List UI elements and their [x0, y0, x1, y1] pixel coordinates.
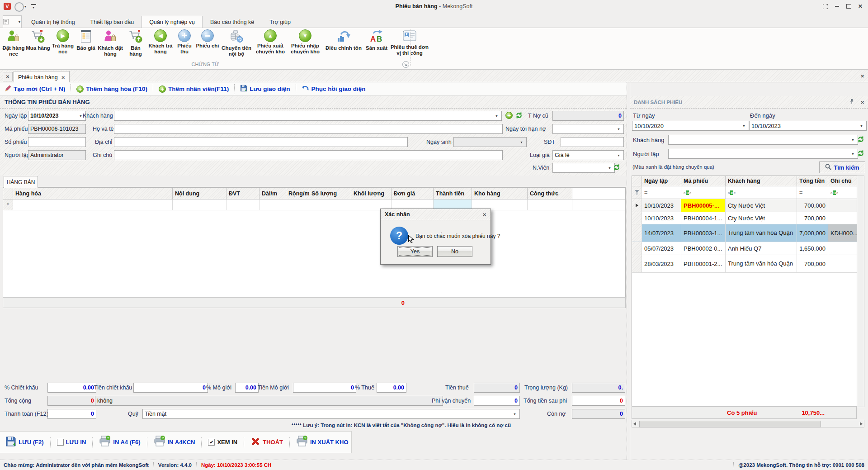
ribbon-item-dieu-chinh-ton[interactable]: Điều chỉnh tồn: [323, 28, 364, 51]
from-date-combo[interactable]: 10/10/2020: [632, 121, 749, 131]
grid-new-row[interactable]: *: [3, 199, 625, 210]
close-panel-icon[interactable]: [861, 99, 864, 105]
filter-date[interactable]: [642, 186, 681, 199]
invoice-row-selected[interactable]: 14/07/2023 PBH00003-1... Trung tâm văn h…: [632, 224, 857, 242]
tab-quan-tri-he-thong[interactable]: Quản trị hệ thống: [24, 16, 83, 28]
quy-combo[interactable]: Tiền mặt: [142, 409, 520, 419]
mo-gioi-pct-input[interactable]: 0.00: [235, 383, 259, 393]
filter-row[interactable]: aBc aBc aBc: [632, 186, 857, 199]
col-dvt[interactable]: ĐVT: [226, 188, 259, 199]
print-a4kcn-button[interactable]: ? IN A4KCN: [154, 436, 195, 449]
ribbon-item-mua-hang[interactable]: Mua hàng: [25, 28, 51, 51]
chevron-down-icon[interactable]: [616, 151, 622, 160]
new-button[interactable]: Tạo mới (Ctrl + N): [5, 85, 65, 93]
ghi-chu-input[interactable]: [114, 150, 503, 160]
thue-pct-input[interactable]: 0.00: [377, 383, 406, 393]
refresh-employee-icon[interactable]: [613, 164, 620, 172]
ribbon-item-bao-gia[interactable]: Báo giá: [75, 28, 97, 51]
ngay-lap-combo[interactable]: 10/10/2023: [28, 111, 86, 121]
search-button[interactable]: Tìm kiếm: [819, 161, 865, 173]
close-dialog-icon[interactable]: [483, 211, 486, 218]
col-don-gia[interactable]: Đơn giá: [392, 188, 434, 199]
tab-thiet-lap-ban-dau[interactable]: Thiết lập ban đầu: [83, 16, 142, 28]
panel-hscrollbar[interactable]: [632, 420, 864, 427]
pcol-khach-hang[interactable]: Khách hàng: [726, 176, 797, 186]
add-customer-icon[interactable]: [505, 112, 513, 119]
ribbon-item-khach-dat-hang[interactable]: Khách đặt hàng: [97, 28, 124, 57]
refresh-customer-icon[interactable]: [515, 112, 523, 120]
chevron-down-icon[interactable]: [616, 124, 622, 133]
exit-button[interactable]: THOÁT: [250, 437, 283, 448]
ribbon-item-tra-hang-ncc[interactable]: Trả hàng ncc: [51, 28, 75, 55]
add-employee-button[interactable]: Thêm nhân viên(F11): [159, 85, 229, 93]
panel-customer-combo[interactable]: [668, 135, 858, 145]
yes-button[interactable]: Yes: [397, 246, 433, 257]
print-a4-button[interactable]: ? IN A4 (F6): [99, 436, 140, 449]
pin-icon[interactable]: [849, 99, 854, 105]
to-date-combo[interactable]: 10/10/2023: [749, 121, 867, 131]
col-thanh-tien[interactable]: Thành tiền: [434, 188, 472, 199]
add-item-button[interactable]: Thêm hàng hóa (F10): [76, 85, 147, 93]
col-so-luong[interactable]: Số lượng: [309, 188, 351, 199]
chevron-down-icon[interactable]: [741, 121, 747, 130]
pcol-ngay-lap[interactable]: Ngày lập: [642, 176, 681, 186]
save-print-checkbox[interactable]: [57, 439, 64, 446]
save-print-button[interactable]: LƯU IN: [57, 439, 86, 446]
no-button[interactable]: No: [437, 246, 472, 257]
pcol-tong-tien[interactable]: Tổng tiền: [797, 176, 828, 186]
ribbon-item-ban-hang[interactable]: Bán hàng: [124, 28, 147, 57]
items-grid-tab[interactable]: HÀNG BÁN: [4, 176, 38, 188]
ho-va-ten-input[interactable]: [114, 124, 503, 134]
invoice-row[interactable]: 10/10/2023 PBH00004-1... Cty Nước Việt 7…: [632, 212, 857, 224]
chevron-down-icon[interactable]: [607, 163, 613, 172]
app-menu-button[interactable]: [3, 15, 22, 28]
chevron-down-icon[interactable]: [512, 409, 518, 418]
ribbon-item-dat-hang-ncc[interactable]: Đặt hàng ncc: [2, 28, 25, 57]
tab-quan-ly-nghiep-vu[interactable]: Quản lý nghiệp vụ: [142, 16, 203, 28]
col-khoi-luong[interactable]: Khối lượng: [351, 188, 392, 199]
ribbon-item-phieu-xuat-chuyen-kho[interactable]: Phiếu xuất chuyển kho: [253, 28, 288, 55]
col-dai-m[interactable]: Dài/m: [259, 188, 286, 199]
ribbon-item-phieu-thu[interactable]: Phiếu thu: [174, 28, 195, 55]
minimize-icon[interactable]: [832, 3, 842, 10]
preview-checkbox[interactable]: [208, 439, 215, 446]
invoice-row[interactable]: 10/10/2023 PBH00005-... Cty Nước Việt 70…: [632, 199, 857, 212]
print-export-button[interactable]: ? IN XUẤT KHO: [296, 436, 349, 449]
tien-chiet-khau-input[interactable]: 0: [133, 383, 208, 393]
fullscreen-icon[interactable]: [820, 3, 830, 10]
save-layout-button[interactable]: Lưu giao diện: [240, 85, 290, 93]
ngay-sinh-combo[interactable]: [453, 137, 527, 147]
invoice-row[interactable]: 28/03/2023 PBH00001-2... Trung tâm văn h…: [632, 255, 857, 273]
ribbon-item-chuyen-tien-noi-bo[interactable]: Chuyển tiền nội bộ: [220, 28, 253, 57]
refresh-panel-customer-icon[interactable]: [857, 136, 864, 144]
chevron-down-icon[interactable]: [494, 111, 500, 120]
col-rong-m[interactable]: Rộng/m: [286, 188, 309, 199]
chiet-khau-pct-input[interactable]: 0.00: [47, 383, 96, 393]
preview-toggle[interactable]: XEM IN: [208, 439, 237, 446]
pcol-ma-phieu[interactable]: Mã phiếu: [681, 176, 726, 186]
invoice-row[interactable]: 05/07/2023 PBH00002-0... Anh Hiếu Q7 1,6…: [632, 242, 857, 255]
khach-hang-combo[interactable]: [114, 111, 502, 121]
col-cong-thuc[interactable]: Công thức: [528, 188, 572, 199]
col-noi-dung[interactable]: Nội dung: [173, 188, 226, 199]
filter-code[interactable]: aBc: [681, 186, 726, 199]
tab-bao-cao-thong-ke[interactable]: Báo cáo thống kê: [203, 16, 262, 28]
chevron-down-icon[interactable]: [859, 121, 864, 130]
col-kho-hang[interactable]: Kho hàng: [472, 188, 528, 199]
scroll-right-icon[interactable]: [860, 422, 863, 426]
ribbon-item-san-xuat[interactable]: AB Sản xuất: [364, 28, 389, 51]
filter-customer[interactable]: aBc: [726, 186, 797, 199]
chevron-down-icon[interactable]: [519, 138, 524, 147]
restore-layout-button[interactable]: Phục hồi giao diện: [302, 85, 366, 93]
n-vien-combo[interactable]: [552, 163, 615, 173]
chevron-down-icon[interactable]: [850, 149, 856, 158]
tab-tro-giup[interactable]: Trợ giúp: [262, 16, 298, 28]
ribbon-item-khach-tra-hang[interactable]: Khách trả hàng: [147, 28, 174, 55]
chevron-down-icon[interactable]: [850, 135, 856, 144]
refresh-panel-creator-icon[interactable]: [857, 150, 864, 158]
so-phieu-input[interactable]: [28, 137, 86, 147]
phi-van-chuyen-input[interactable]: 0: [474, 396, 520, 406]
scroll-left-icon[interactable]: [633, 422, 636, 426]
save-button[interactable]: LƯU (F2): [5, 436, 44, 448]
tien-mo-gioi-input[interactable]: 0: [293, 383, 356, 393]
